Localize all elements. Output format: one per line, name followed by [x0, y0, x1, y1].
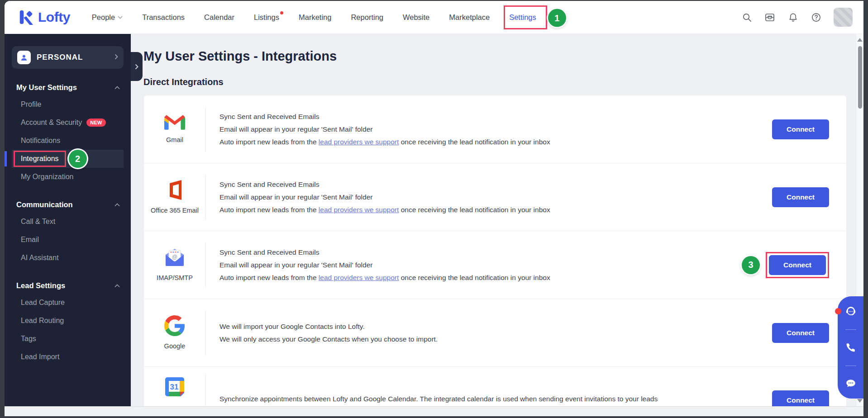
sidebar-item-lead-capture[interactable]: Lead Capture [12, 294, 124, 312]
sidebar-item-lead-routing[interactable]: Lead Routing [12, 312, 124, 330]
listings-alert-dot [280, 11, 283, 14]
support-widget [838, 296, 863, 399]
nav-people[interactable]: People [92, 13, 123, 22]
integration-row-google: Google We will import your Google Contac… [144, 299, 846, 367]
step2-badge: 2 [69, 150, 87, 168]
nav-calendar[interactable]: Calendar [204, 13, 234, 22]
description-line: Auto import new leads from the lead prov… [219, 204, 763, 215]
nav-marketplace[interactable]: Marketplace [449, 13, 490, 22]
bell-icon[interactable] [787, 12, 798, 23]
description-line: Auto import new leads from the lead prov… [219, 136, 763, 147]
chevron-right-icon [114, 53, 118, 62]
description-line: Email will appear in your regular 'Sent … [219, 124, 763, 135]
new-badge: NEW [86, 119, 106, 127]
integration-row-gmail: Gmail Sync Sent and Received Emails Emai… [144, 95, 846, 163]
nav-settings[interactable]: Settings 1 [509, 13, 536, 22]
nav-website[interactable]: Website [403, 13, 429, 22]
nav-transactions[interactable]: Transactions [142, 13, 185, 22]
section-communication[interactable]: Communication [12, 200, 124, 209]
chevron-down-icon [118, 16, 123, 19]
support-agent-icon[interactable] [845, 305, 857, 317]
lofty-logo[interactable]: Lofty [18, 10, 70, 25]
direct-integrations-heading: Direct Integrations [143, 77, 863, 87]
description-line: Sync Sent and Received Emails [219, 111, 763, 122]
integration-description: We will import your Google Contacts into… [206, 319, 763, 346]
description-line: We will only access your Google Contacts… [219, 333, 763, 345]
account-switcher[interactable]: PERSONAL [12, 46, 124, 69]
sidebar-item-call-text[interactable]: Call & Text [12, 213, 124, 231]
step1-badge: 1 [548, 9, 566, 27]
lofty-logo-icon [18, 10, 33, 25]
nav-reporting[interactable]: Reporting [351, 13, 383, 22]
top-navigation-bar: Lofty People Transactions Calendar Listi… [5, 1, 863, 34]
description-line: Email will appear in your regular 'Sent … [219, 259, 757, 271]
chat-bubble-icon[interactable] [845, 378, 857, 390]
bottom-scrollbar-strip [5, 406, 863, 416]
scroll-down-arrow[interactable] [857, 399, 863, 403]
sidebar-item-notifications[interactable]: Notifications [12, 132, 124, 150]
sidebar-item-integrations[interactable]: Integrations 2 [12, 150, 124, 168]
sidebar-item-email[interactable]: Email [12, 231, 124, 249]
page-title: My User Settings - Integrations [143, 49, 863, 64]
step3-badge: 3 [742, 256, 760, 274]
svg-text:31: 31 [170, 383, 179, 391]
integration-description: Sync Sent and Received Emails Email will… [206, 109, 763, 149]
integration-name: Google [164, 342, 186, 350]
integration-name: Gmail [166, 136, 183, 144]
widget-notification-dot [835, 308, 841, 314]
nav-marketing[interactable]: Marketing [299, 13, 331, 22]
account-label: PERSONAL [37, 53, 83, 62]
google-calendar-icon: 31 [165, 377, 185, 399]
chevron-up-icon [114, 86, 120, 90]
lead-providers-link[interactable]: lead providers we support [319, 138, 399, 146]
lead-providers-link[interactable]: lead providers we support [319, 274, 399, 281]
chevron-right-icon [135, 64, 138, 70]
description-line: Synchronize appointments between Lofty a… [219, 393, 763, 404]
scroll-up-arrow[interactable] [857, 38, 863, 42]
nav-listings[interactable]: Listings [254, 13, 279, 22]
sidebar-item-my-organization[interactable]: My Organization [12, 168, 124, 186]
settings-sidebar: PERSONAL My User Settings Profile Accoun… [5, 34, 131, 406]
scrollbar-thumb[interactable] [858, 46, 862, 109]
avatar[interactable] [834, 8, 853, 27]
sidebar-item-lead-import[interactable]: Lead Import [12, 348, 124, 366]
widget-divider [845, 366, 856, 366]
google-icon [164, 315, 185, 338]
sidebar-item-tags[interactable]: Tags [12, 330, 124, 348]
main-nav: People Transactions Calendar Listings Ma… [92, 13, 536, 22]
app-window: Lofty People Transactions Calendar Listi… [5, 1, 863, 406]
connect-button-gmail[interactable]: Connect [772, 119, 829, 139]
imap-smtp-icon: @ [164, 248, 186, 270]
help-icon[interactable] [811, 12, 821, 23]
lead-providers-link[interactable]: lead providers we support [319, 206, 399, 214]
sidebar-collapse-handle[interactable] [131, 52, 143, 81]
integration-name: Office 365 Email [151, 206, 199, 214]
sidebar-item-ai-assistant[interactable]: AI Assistant [12, 249, 124, 267]
integration-description: Sync Sent and Received Emails Email will… [206, 177, 763, 217]
step3-highlight-box: 3 Connect [766, 252, 829, 278]
description-line: Auto import new leads from the lead prov… [219, 272, 757, 283]
connect-button-imap-smtp[interactable]: Connect [769, 255, 826, 275]
description-line: Sync Sent and Received Emails [219, 179, 763, 190]
sidebar-item-profile[interactable]: Profile [12, 95, 124, 114]
widget-divider [845, 329, 856, 330]
logo-text: Lofty [38, 10, 70, 25]
description-line: We will import your Google Contacts into… [219, 321, 763, 332]
integrations-card: Gmail Sync Sent and Received Emails Emai… [143, 95, 847, 406]
chevron-up-icon [114, 203, 120, 207]
section-my-user-settings[interactable]: My User Settings [12, 83, 124, 92]
phone-icon[interactable] [845, 342, 857, 353]
office365-icon [166, 180, 184, 202]
integration-description: Synchronize appointments between Lofty a… [206, 392, 763, 406]
search-icon[interactable] [741, 12, 752, 23]
connect-button-google[interactable]: Connect [772, 323, 829, 343]
chevron-up-icon [114, 284, 120, 288]
svg-text:@: @ [172, 253, 177, 260]
description-line: Sync Sent and Received Emails [219, 247, 757, 258]
section-lead-settings[interactable]: Lead Settings [12, 281, 124, 290]
integration-row-google-calendar: 31 Synchronize appointments between Loft… [144, 367, 846, 406]
sidebar-item-account-security[interactable]: Account & Security NEW [12, 114, 124, 132]
inbox-icon[interactable] [764, 12, 775, 23]
connect-button-google-calendar[interactable]: Connect [772, 390, 829, 406]
connect-button-office365[interactable]: Connect [772, 187, 829, 207]
